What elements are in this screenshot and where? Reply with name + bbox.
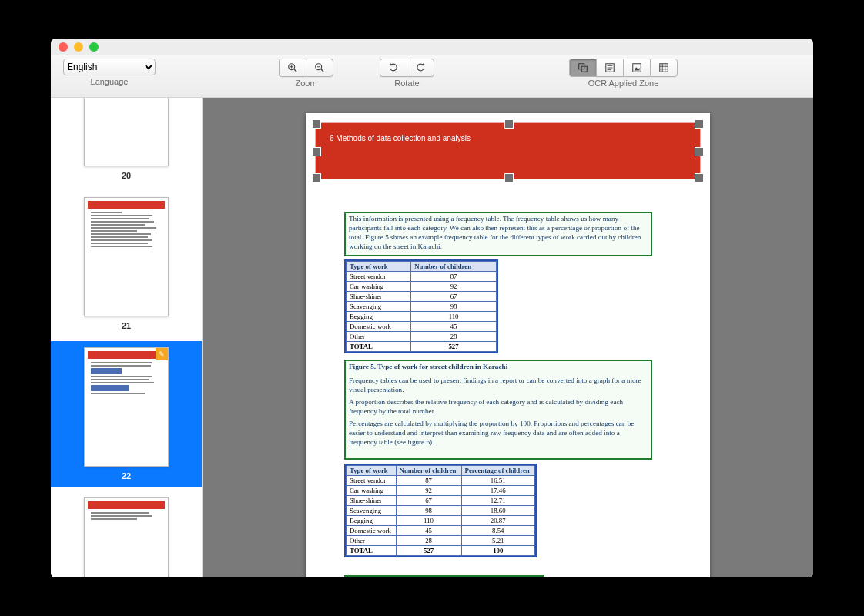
table-zone-1[interactable]: Type of workNumber of children Street ve… <box>344 259 498 353</box>
frequency-table-2: Type of workNumber of childrenPercentage… <box>346 465 535 556</box>
language-label: Language <box>91 77 129 86</box>
rotate-group: Rotate <box>380 59 434 88</box>
zone-selection-button[interactable] <box>569 59 596 77</box>
rotate-label: Rotate <box>394 79 419 88</box>
frequency-table-1: Type of workNumber of children Street ve… <box>346 261 497 352</box>
close-button[interactable] <box>59 42 68 52</box>
canvas-area[interactable]: 6 Methods of data collection and analysi… <box>203 98 813 578</box>
resize-handle[interactable] <box>312 119 321 129</box>
text-zone-1[interactable]: This information is presented using a fr… <box>344 212 652 256</box>
language-group: English Language <box>63 59 156 86</box>
thumbnail-20[interactable]: 20 <box>51 98 202 186</box>
language-select[interactable]: English <box>63 59 156 75</box>
header-zone[interactable]: 6 Methods of data collection and analysi… <box>315 122 701 179</box>
rotate-cw-button[interactable] <box>407 59 434 77</box>
resize-handle[interactable] <box>312 173 321 182</box>
zoom-group: Zoom <box>279 59 333 88</box>
ocr-zone-group: OCR Applied Zone <box>569 59 678 88</box>
zoom-in-button[interactable] <box>279 59 306 77</box>
image-zone-icon <box>631 62 642 73</box>
svg-marker-8 <box>423 63 426 66</box>
resize-handle[interactable] <box>312 147 321 156</box>
text-zone-2[interactable]: Figure 5. Type of work for street childr… <box>344 360 652 460</box>
resize-handle[interactable] <box>504 119 514 129</box>
text-zone-fig6[interactable]: Figure 6. Types of work for street child… <box>344 575 544 578</box>
zoom-in-icon <box>287 62 298 73</box>
resize-handle[interactable] <box>504 173 514 182</box>
edit-badge-icon: ✎ <box>156 348 168 360</box>
thumbnail-label: 20 <box>122 171 131 180</box>
app-window: English Language Zoom <box>51 38 813 578</box>
toolbar: English Language Zoom <box>51 55 813 98</box>
ocr-zone-label: OCR Applied Zone <box>588 79 659 88</box>
rotate-cw-icon <box>415 62 426 73</box>
thumbnail-sidebar[interactable]: 20 21 ✎ 22 <box>51 98 203 578</box>
thumbnail-label: 21 <box>122 321 131 330</box>
titlebar <box>51 38 813 55</box>
table-zone-2[interactable]: Type of workNumber of childrenPercentage… <box>344 464 537 557</box>
rotate-ccw-button[interactable] <box>380 59 407 77</box>
zone-table-button[interactable] <box>650 59 678 77</box>
zoom-label: Zoom <box>295 79 316 88</box>
thumbnail-23[interactable] <box>51 491 202 578</box>
rotate-ccw-icon <box>388 62 399 73</box>
resize-handle[interactable] <box>695 147 704 156</box>
selection-icon <box>578 62 588 73</box>
zone-image-button[interactable] <box>623 59 650 77</box>
text-zone-icon <box>604 62 615 73</box>
zoom-out-icon <box>314 62 325 73</box>
table-zone-icon <box>658 62 669 73</box>
zoom-out-button[interactable] <box>306 59 333 77</box>
resize-handle[interactable] <box>695 173 704 182</box>
thumbnail-22[interactable]: ✎ 22 <box>51 341 202 487</box>
zone-text-button[interactable] <box>596 59 623 77</box>
svg-line-1 <box>294 69 297 72</box>
document-page[interactable]: 6 Methods of data collection and analysi… <box>306 113 710 578</box>
svg-rect-17 <box>660 64 668 72</box>
thumbnail-21[interactable]: 21 <box>51 191 202 336</box>
resize-handle[interactable] <box>695 119 704 129</box>
svg-marker-16 <box>635 67 640 70</box>
thumbnail-label: 22 <box>122 471 131 480</box>
svg-line-5 <box>321 69 324 72</box>
maximize-button[interactable] <box>89 42 99 52</box>
minimize-button[interactable] <box>74 42 83 52</box>
svg-marker-7 <box>389 63 392 66</box>
